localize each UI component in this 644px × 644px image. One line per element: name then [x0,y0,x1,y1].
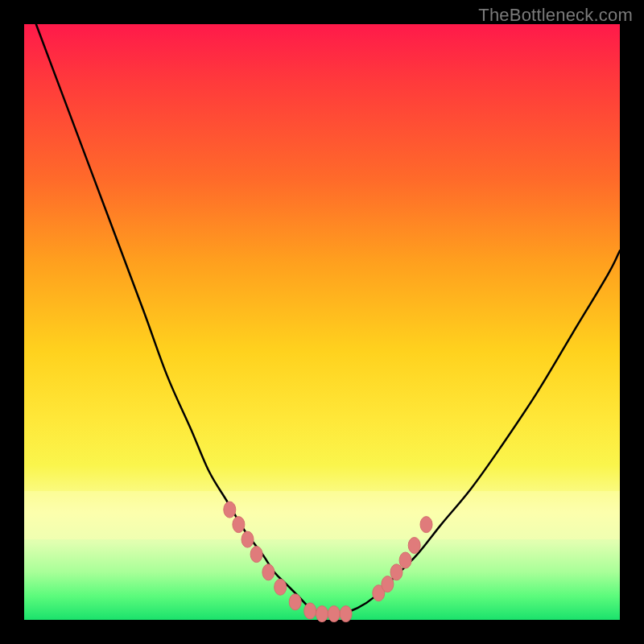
right-markers-dot [399,552,411,568]
curve-layer [24,24,620,620]
left-markers-dot [328,606,340,622]
left-markers-dot [340,606,352,622]
watermark-text: TheBottleneck.com [478,5,633,26]
left-markers-dot [224,502,236,518]
left-markers-dot [304,603,316,619]
right-markers-dot [382,576,394,592]
left-markers-dot [262,564,275,580]
right-curve [322,250,620,614]
right-markers-dot [390,564,402,580]
left-markers-dot [242,531,254,547]
left-markers-dot [250,547,262,563]
left-markers-dot [316,606,328,622]
right-markers-dot [420,517,432,533]
chart-frame: TheBottleneck.com [0,0,644,644]
left-markers-dot [289,594,301,610]
right-markers-dot [408,538,420,554]
left-markers-dot [233,517,245,533]
left-curve [36,24,322,614]
left-markers-dot [275,579,287,595]
